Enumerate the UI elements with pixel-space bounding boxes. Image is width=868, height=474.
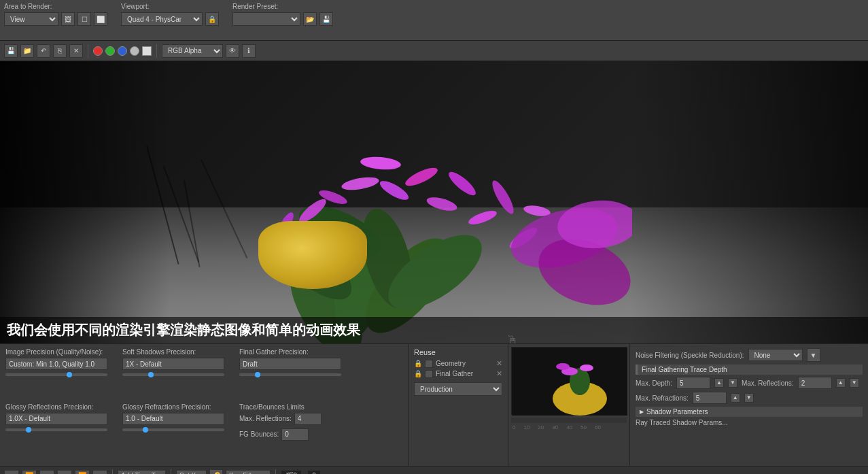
max-depth-input[interactable] bbox=[676, 377, 710, 389]
ray-traced-label: Ray Traced Shadow Params... bbox=[636, 419, 728, 426]
area-btn-3[interactable]: ⬜ bbox=[94, 12, 107, 26]
max-reflections-row: Max. Reflections: bbox=[239, 413, 348, 425]
play-back-btn[interactable]: ⏴ bbox=[39, 470, 54, 475]
reuse-panel: Reuse 🔒 Geometry ✕ 🔒 Final Gather ✕ Prod… bbox=[409, 344, 508, 466]
area-row: View 🖼 ☐ ⬜ bbox=[4, 12, 107, 26]
lock-fg-icon: 🔒 bbox=[414, 370, 422, 377]
set-key-btn[interactable]: Set Key bbox=[176, 470, 207, 475]
ruler-60: 60 bbox=[595, 424, 601, 430]
lock-geometry-icon: 🔒 bbox=[414, 360, 422, 367]
noise-filtering-select[interactable]: None bbox=[748, 349, 803, 361]
add-time-tag-btn[interactable]: Add Time Tag bbox=[118, 470, 166, 475]
fwd-btn[interactable]: ⏩ bbox=[75, 470, 90, 475]
max-refractions-input[interactable] bbox=[693, 392, 727, 404]
open-btn[interactable]: 📁 bbox=[20, 44, 34, 58]
area-btn-1[interactable]: 🖼 bbox=[61, 12, 75, 26]
final-gather-thumb[interactable] bbox=[255, 372, 260, 377]
thumbnail-image bbox=[511, 347, 627, 415]
render-image: 🖱 bbox=[0, 61, 868, 343]
preset-label: Render Preset: bbox=[232, 3, 333, 10]
play-btn[interactable]: ⏵ bbox=[57, 470, 72, 475]
channel-select[interactable]: RGB Alpha bbox=[162, 44, 223, 58]
final-gather-input[interactable] bbox=[239, 358, 341, 370]
max-reflections-up[interactable]: ▲ bbox=[836, 378, 846, 388]
copy-btn[interactable]: ⎘ bbox=[53, 44, 67, 58]
max-refractions-up[interactable]: ▲ bbox=[731, 393, 740, 403]
max-reflections-down[interactable]: ▼ bbox=[850, 378, 859, 388]
view-btn[interactable]: 👁 bbox=[226, 44, 239, 58]
svg-point-9 bbox=[341, 175, 380, 192]
image-precision-thumb[interactable] bbox=[67, 372, 72, 377]
max-refractions-down[interactable]: ▼ bbox=[744, 393, 754, 403]
fg-bounces-input[interactable] bbox=[281, 428, 309, 441]
soft-shadows-thumb[interactable] bbox=[148, 372, 154, 377]
production-select[interactable]: Production bbox=[414, 382, 502, 396]
max-reflections-input-r[interactable] bbox=[798, 377, 832, 389]
glossy-reflections-label: Glossy Reflections Precision: bbox=[5, 403, 114, 411]
final-gather-row: 🔒 Final Gather ✕ bbox=[414, 369, 502, 378]
trace-bounces-col: Trace/Bounces Limits Max. Reflections: F… bbox=[239, 403, 348, 462]
back-btn[interactable]: ⏪ bbox=[22, 470, 37, 475]
info-btn[interactable]: ℹ bbox=[242, 44, 256, 58]
svg-point-17 bbox=[489, 178, 517, 216]
max-reflections-input[interactable] bbox=[294, 413, 322, 425]
max-refractions-row: Max. Refractions: ▲ ▼ bbox=[636, 392, 863, 404]
preset-select[interactable] bbox=[232, 12, 300, 26]
save-btn[interactable]: 💾 bbox=[4, 44, 18, 58]
key-filter-btn[interactable]: 🔑 bbox=[209, 469, 223, 475]
sep-2 bbox=[156, 44, 157, 58]
noise-filtering-arrow-btn[interactable]: ▼ bbox=[807, 348, 820, 362]
image-precision-track bbox=[5, 373, 107, 376]
prev-frame-btn[interactable]: ⏮ bbox=[4, 470, 19, 475]
svg-point-16 bbox=[467, 208, 498, 227]
svg-point-27 bbox=[580, 365, 593, 371]
green-channel-btn[interactable] bbox=[105, 46, 115, 56]
subtitle-text: 我们会使用不同的渲染引擎渲染静态图像和简单的动画效果 bbox=[7, 322, 360, 337]
viewport-label: Viewport: bbox=[121, 3, 219, 10]
strip-sep bbox=[112, 469, 113, 475]
final-gather-checkbox[interactable] bbox=[425, 370, 433, 378]
frame-display: 🎬 0 bbox=[281, 470, 302, 475]
area-select[interactable]: View bbox=[4, 12, 58, 26]
white-channel-btn[interactable] bbox=[142, 46, 152, 56]
red-channel-btn[interactable] bbox=[93, 46, 103, 56]
max-reflections-label: Max. Reflections: bbox=[239, 415, 292, 422]
max-depth-up[interactable]: ▲ bbox=[714, 378, 724, 388]
lock-btn[interactable]: 🔒 bbox=[205, 12, 219, 26]
trace-bounces-label: Trace/Bounces Limits bbox=[239, 403, 348, 411]
glossy-refractions-input[interactable] bbox=[122, 413, 224, 425]
max-depth-down[interactable]: ▼ bbox=[728, 378, 737, 388]
close-btn[interactable]: ✕ bbox=[69, 44, 83, 58]
viewport-group: Viewport: Quad 4 - PhysCar 🔒 bbox=[121, 3, 219, 26]
glossy-reflections-thumb[interactable] bbox=[26, 427, 31, 433]
key-filters-btn[interactable]: Key Filters... bbox=[226, 470, 271, 475]
area-btn-2[interactable]: ☐ bbox=[77, 12, 91, 26]
soft-shadows-input[interactable] bbox=[122, 358, 224, 370]
history-btn[interactable]: ↶ bbox=[37, 44, 50, 58]
thumbnail-panel: 0 10 20 30 40 50 60 bbox=[508, 344, 630, 466]
sep-1 bbox=[88, 44, 88, 58]
preset-row: 📂 💾 bbox=[232, 12, 333, 26]
glossy-refractions-thumb[interactable] bbox=[143, 427, 148, 433]
soft-shadows-track bbox=[122, 373, 224, 376]
next-frame-btn[interactable]: ⏭ bbox=[92, 470, 107, 475]
geometry-clear-btn[interactable]: ✕ bbox=[496, 359, 502, 368]
shadow-parameters-toggle[interactable]: ▶ Shadow Parameters bbox=[636, 407, 863, 417]
image-precision-input[interactable] bbox=[5, 358, 107, 370]
timeline-ruler: 0 10 20 30 40 50 60 bbox=[511, 424, 627, 430]
viewport-select[interactable]: Quad 4 - PhysCar bbox=[121, 12, 203, 26]
geometry-checkbox[interactable] bbox=[425, 360, 433, 368]
svg-point-11 bbox=[403, 165, 440, 189]
preset-save-btn[interactable]: 💾 bbox=[319, 12, 333, 26]
bottom-panel: Image Precision (Quality/Noise): Soft Sh… bbox=[0, 343, 868, 466]
blue-channel-btn[interactable] bbox=[118, 46, 127, 56]
final-gather-clear-btn[interactable]: ✕ bbox=[496, 369, 502, 378]
glossy-reflections-input[interactable] bbox=[5, 413, 107, 425]
glossy-refractions-col: Glossy Refractions Precision: bbox=[122, 403, 231, 462]
ruler-0: 0 bbox=[513, 424, 515, 430]
alpha-channel-btn[interactable] bbox=[130, 46, 139, 56]
preset-open-btn[interactable]: 📂 bbox=[303, 12, 317, 26]
sub-frame-display: 0 bbox=[307, 470, 321, 475]
ruler-10: 10 bbox=[523, 424, 530, 430]
soft-shadows-label: Soft Shadows Precision: bbox=[122, 348, 231, 356]
